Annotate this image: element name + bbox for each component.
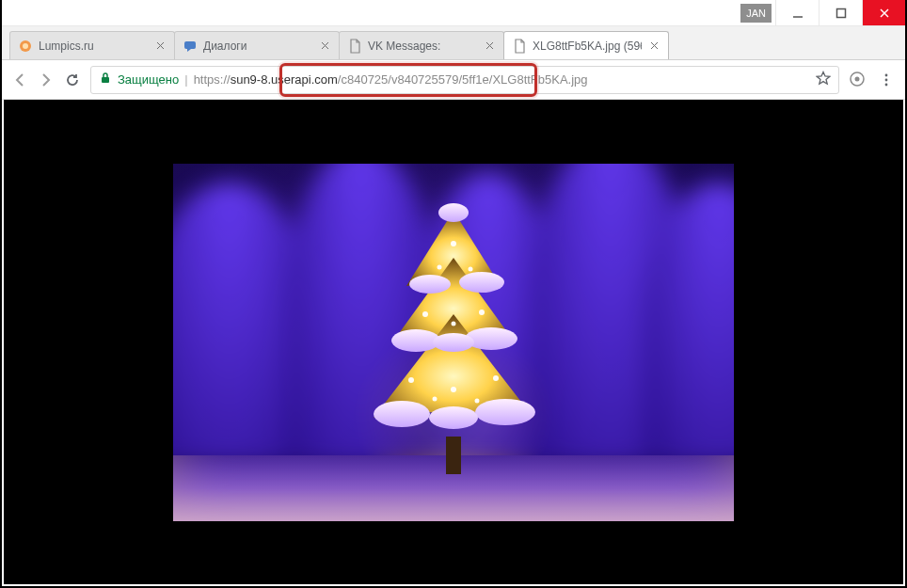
svg-point-20: [885, 83, 888, 86]
secure-label: Защищено: [118, 72, 179, 87]
extension-icon[interactable]: [849, 71, 867, 89]
toolbar: Защищено | https://sun9-8.userapi.com/c8…: [2, 60, 905, 100]
svg-point-37: [408, 377, 414, 383]
tab-lumpics[interactable]: Lumpics.ru: [9, 31, 175, 59]
reload-button[interactable]: [64, 72, 81, 88]
svg-point-29: [475, 399, 535, 425]
svg-point-27: [433, 333, 474, 352]
svg-point-18: [885, 73, 888, 76]
svg-point-33: [469, 266, 473, 271]
svg-point-38: [493, 375, 499, 381]
svg-point-35: [479, 310, 485, 315]
displayed-image[interactable]: [173, 164, 734, 521]
svg-point-30: [429, 406, 478, 429]
svg-point-31: [451, 241, 456, 246]
lock-icon: [99, 72, 112, 87]
tab-close-icon[interactable]: [153, 40, 167, 53]
tab-title: Lumpics.ru: [39, 40, 148, 53]
svg-rect-15: [102, 77, 109, 83]
url-scheme: https://: [194, 72, 231, 87]
svg-point-22: [438, 203, 469, 222]
page-icon: [347, 39, 362, 54]
page-viewport: [4, 100, 903, 584]
svg-point-28: [374, 401, 430, 427]
user-badge: JAN: [740, 4, 772, 23]
menu-button[interactable]: [877, 71, 896, 89]
svg-point-17: [855, 76, 860, 81]
tab-strip: Lumpics.ru Диалоги VK Messages: XLG8ttFb…: [2, 26, 905, 60]
url-path: /c840725/v840725579/5ff1e/XLG8ttFb5KA.jp…: [338, 72, 588, 87]
svg-rect-21: [446, 437, 461, 474]
minimize-button[interactable]: [775, 0, 819, 25]
back-button[interactable]: [11, 72, 28, 88]
svg-point-39: [451, 387, 456, 392]
separator: |: [184, 72, 187, 87]
forward-button[interactable]: [38, 72, 55, 88]
svg-point-24: [459, 272, 504, 293]
svg-point-23: [409, 275, 451, 294]
bookmark-star-icon[interactable]: [816, 71, 831, 88]
svg-point-19: [885, 78, 888, 81]
svg-point-41: [475, 398, 480, 403]
tab-image-active[interactable]: XLG8ttFb5KA.jpg (596×3: [503, 31, 669, 59]
tab-vk-messages[interactable]: VK Messages:: [339, 31, 504, 59]
svg-point-40: [433, 396, 438, 401]
favicon-icon: [18, 39, 33, 54]
close-button[interactable]: [862, 0, 905, 25]
address-bar[interactable]: Защищено | https://sun9-8.userapi.com/c8…: [90, 66, 839, 94]
svg-point-26: [465, 327, 517, 350]
tab-dialogs[interactable]: Диалоги: [174, 31, 340, 59]
svg-point-34: [422, 311, 428, 317]
tab-close-icon[interactable]: [483, 40, 496, 53]
tab-close-icon[interactable]: [318, 40, 331, 53]
christmas-tree: [350, 192, 557, 474]
svg-point-5: [23, 43, 28, 49]
svg-point-25: [391, 329, 440, 352]
favicon-icon: [183, 39, 198, 54]
url-host: sun9-8.userapi.com: [231, 72, 338, 87]
svg-rect-1: [836, 8, 845, 17]
maximize-button[interactable]: [819, 0, 862, 25]
tab-title: Диалоги: [203, 40, 312, 53]
tab-title: XLG8ttFb5KA.jpg (596×3: [533, 40, 642, 53]
tab-title: VK Messages:: [368, 40, 477, 53]
url-text: https://sun9-8.userapi.com/c840725/v8407…: [194, 72, 810, 87]
page-icon: [512, 39, 527, 54]
svg-point-32: [438, 264, 442, 269]
window-titlebar: JAN: [2, 0, 905, 26]
svg-rect-8: [184, 41, 196, 49]
svg-point-36: [452, 321, 456, 326]
tab-close-icon[interactable]: [647, 40, 660, 53]
